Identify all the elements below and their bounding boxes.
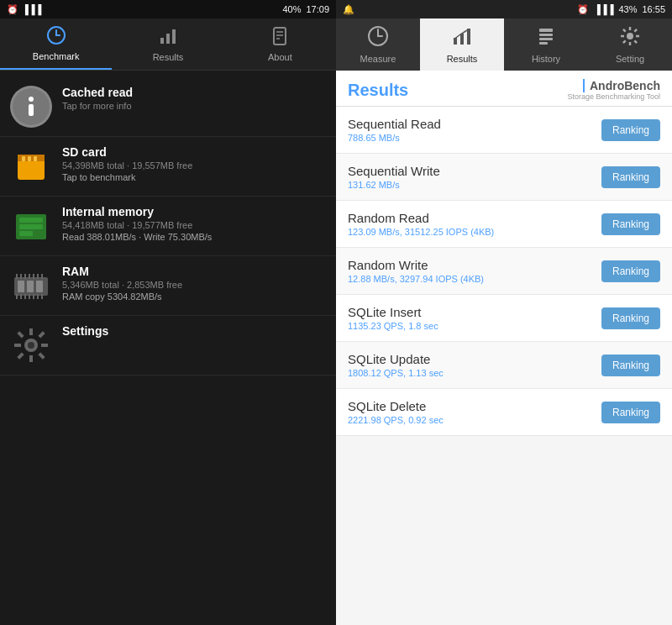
ranking-btn-rand-read[interactable]: Ranking <box>601 213 660 235</box>
sdcard-subtitle: 54,398MB total · 19,557MB free <box>62 160 326 171</box>
svg-line-47 <box>18 354 24 359</box>
svg-line-46 <box>39 333 45 338</box>
result-row-seq-read: Sequential Read 788.65 MB/s Ranking <box>336 107 672 154</box>
tab-setting[interactable]: Setting <box>588 18 672 71</box>
svg-rect-53 <box>539 34 553 36</box>
sdcard-detail: Tap to benchmark <box>62 172 326 182</box>
cached-read-text: Cached read Tap for more info <box>62 86 326 113</box>
svg-rect-19 <box>19 231 33 236</box>
svg-rect-18 <box>19 224 43 229</box>
time-right: 16:55 <box>642 4 665 14</box>
svg-rect-4 <box>274 28 286 45</box>
sdcard-icon <box>10 145 52 187</box>
info-icon <box>10 86 52 128</box>
alarm-icon-right: ⏰ <box>577 4 589 15</box>
internal-memory-detail: Read 388.01MB/s · Write 75.30MB/s <box>62 232 326 242</box>
svg-rect-33 <box>24 294 26 299</box>
svg-rect-21 <box>18 281 24 292</box>
tab-results-left-label: Results <box>153 52 184 62</box>
result-text-sqlite-delete: SQLite Delete 2221.98 QPS, 0.92 sec <box>348 399 601 425</box>
results-title: Results <box>348 81 408 100</box>
svg-rect-51 <box>467 29 470 45</box>
ram-title: RAM <box>62 265 326 278</box>
svg-line-44 <box>18 333 24 338</box>
result-value-sqlite-insert: 1135.23 QPS, 1.8 sec <box>348 321 601 331</box>
result-name-sqlite-update: SQLite Update <box>348 352 601 366</box>
svg-line-63 <box>634 29 637 32</box>
internal-memory-subtitle: 54,418MB total · 19,577MB free <box>62 220 326 230</box>
settings-text: Settings <box>62 324 326 339</box>
results-header: Results AndroBench Storage Benchmarking … <box>336 71 672 107</box>
svg-rect-31 <box>16 294 18 299</box>
svg-rect-29 <box>37 274 39 279</box>
alarm-icon: ⏰ <box>7 4 18 15</box>
result-row-sqlite-delete: SQLite Delete 2221.98 QPS, 0.92 sec Rank… <box>336 389 672 436</box>
ranking-btn-sqlite-delete[interactable]: Ranking <box>601 402 660 423</box>
result-value-seq-write: 131.62 MB/s <box>348 180 601 190</box>
tab-measure[interactable]: Measure <box>336 18 420 71</box>
tab-results-right[interactable]: Results <box>420 18 504 71</box>
result-name-seq-read: Sequential Read <box>348 117 601 131</box>
tab-history-label: History <box>532 54 560 64</box>
svg-rect-3 <box>172 29 176 44</box>
list-item-ram[interactable]: RAM 5,346MB total · 2,853MB free RAM cop… <box>0 256 336 316</box>
result-row-rand-read: Random Read 123.09 MB/s, 31512.25 IOPS (… <box>336 201 672 248</box>
list-item-internal-memory[interactable]: Internal memory 54,418MB total · 19,577M… <box>0 197 336 256</box>
internal-memory-text: Internal memory 54,418MB total · 19,577M… <box>62 205 326 242</box>
androbench-name: AndroBench <box>583 79 660 92</box>
results-list: Sequential Read 788.65 MB/s Ranking Sequ… <box>336 107 672 436</box>
cached-read-subtitle: Tap for more info <box>62 101 326 111</box>
list-item-sdcard[interactable]: SD card 54,398MB total · 19,557MB free T… <box>0 137 336 197</box>
svg-point-39 <box>28 342 34 349</box>
svg-rect-35 <box>33 294 34 299</box>
ranking-btn-sqlite-update[interactable]: Ranking <box>601 355 660 376</box>
measure-icon <box>367 25 389 52</box>
svg-rect-28 <box>33 274 34 279</box>
list-item-settings[interactable]: Settings <box>0 316 336 376</box>
list-item-cached-read[interactable]: Cached read Tap for more info <box>0 77 336 137</box>
svg-rect-2 <box>166 34 170 44</box>
svg-line-64 <box>623 40 626 43</box>
result-name-sqlite-delete: SQLite Delete <box>348 399 601 413</box>
ram-icon <box>10 265 52 307</box>
tab-results-left[interactable]: Results <box>112 18 223 70</box>
tab-about[interactable]: About <box>224 18 336 70</box>
memory-icon <box>10 205 52 247</box>
sdcard-title: SD card <box>62 145 326 159</box>
result-value-sqlite-update: 1808.12 QPS, 1.13 sec <box>348 368 601 378</box>
sdcard-text: SD card 54,398MB total · 19,557MB free T… <box>62 145 326 182</box>
svg-rect-36 <box>37 294 39 299</box>
svg-rect-22 <box>27 281 34 292</box>
result-name-rand-write: Random Write <box>348 258 601 272</box>
result-name-seq-write: Sequential Write <box>348 164 601 178</box>
tab-benchmark[interactable]: Benchmark <box>0 18 112 70</box>
result-text-rand-read: Random Read 123.09 MB/s, 31512.25 IOPS (… <box>348 211 601 237</box>
settings-icon <box>10 324 52 366</box>
internal-memory-title: Internal memory <box>62 205 326 218</box>
svg-rect-54 <box>539 38 553 40</box>
tab-bar-left: Benchmark Results About <box>0 18 336 71</box>
svg-rect-55 <box>539 42 548 45</box>
about-icon <box>270 26 290 50</box>
cached-read-title: Cached read <box>62 86 326 99</box>
ranking-btn-seq-read[interactable]: Ranking <box>601 119 660 141</box>
tab-history[interactable]: History <box>504 18 588 71</box>
ram-detail: RAM copy 5304.82MB/s <box>62 291 326 302</box>
ranking-btn-rand-write[interactable]: Ranking <box>601 260 660 282</box>
svg-line-45 <box>39 354 45 359</box>
result-row-sqlite-insert: SQLite Insert 1135.23 QPS, 1.8 sec Ranki… <box>336 295 672 342</box>
svg-point-56 <box>627 33 633 39</box>
ranking-btn-sqlite-insert[interactable]: Ranking <box>601 307 660 329</box>
ranking-btn-seq-write[interactable]: Ranking <box>601 166 660 188</box>
svg-line-62 <box>634 40 637 43</box>
settings-title: Settings <box>62 324 326 338</box>
svg-rect-37 <box>41 294 43 299</box>
left-status-right: 40% 17:09 <box>282 4 329 14</box>
result-text-seq-write: Sequential Write 131.62 MB/s <box>348 164 601 190</box>
svg-rect-23 <box>36 281 43 292</box>
result-row-sqlite-update: SQLite Update 1808.12 QPS, 1.13 sec Rank… <box>336 342 672 389</box>
left-status-icons: ⏰ ▐▐▐ <box>7 4 41 15</box>
ram-subtitle: 5,346MB total · 2,853MB free <box>62 280 326 290</box>
right-panel: 🔔 ⏰ ▐▐▐ 43% 16:55 Measure <box>336 0 672 625</box>
svg-rect-14 <box>28 156 31 161</box>
